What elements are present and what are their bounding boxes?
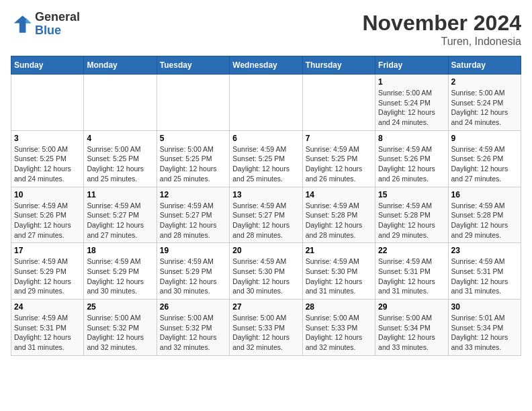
day-info: Sunrise: 4:59 AM Sunset: 5:29 PM Dayligh…	[14, 257, 81, 296]
calendar-cell: 10Sunrise: 4:59 AM Sunset: 5:26 PM Dayli…	[11, 187, 84, 243]
day-info: Sunrise: 5:00 AM Sunset: 5:32 PM Dayligh…	[160, 313, 226, 353]
day-number: 18	[87, 246, 153, 255]
day-info: Sunrise: 4:59 AM Sunset: 5:25 PM Dayligh…	[232, 144, 299, 184]
day-number: 24	[14, 302, 81, 312]
day-info: Sunrise: 4:59 AM Sunset: 5:28 PM Dayligh…	[451, 201, 518, 240]
title-block: November 2024 Turen, Indonesia	[362, 11, 521, 48]
day-info: Sunrise: 4:59 AM Sunset: 5:26 PM Dayligh…	[451, 144, 518, 184]
svg-marker-0	[14, 15, 32, 33]
day-number: 30	[451, 302, 518, 312]
day-number: 3	[14, 134, 81, 143]
day-info: Sunrise: 5:00 AM Sunset: 5:24 PM Dayligh…	[451, 88, 518, 128]
calendar-cell: 9Sunrise: 4:59 AM Sunset: 5:26 PM Daylig…	[448, 130, 521, 187]
calendar-cell: 17Sunrise: 4:59 AM Sunset: 5:29 PM Dayli…	[11, 243, 84, 300]
calendar-cell: 3Sunrise: 5:00 AM Sunset: 5:25 PM Daylig…	[11, 130, 84, 187]
day-number: 1	[378, 77, 445, 87]
calendar-week-row: 10Sunrise: 4:59 AM Sunset: 5:26 PM Dayli…	[11, 187, 521, 243]
day-info: Sunrise: 4:59 AM Sunset: 5:31 PM Dayligh…	[378, 257, 445, 296]
day-number: 11	[87, 190, 153, 199]
logo-icon	[11, 13, 32, 35]
day-info: Sunrise: 4:59 AM Sunset: 5:31 PM Dayligh…	[14, 313, 81, 353]
day-number: 28	[306, 302, 372, 312]
calendar-cell: 26Sunrise: 5:00 AM Sunset: 5:32 PM Dayli…	[157, 300, 229, 356]
calendar-cell: 14Sunrise: 4:59 AM Sunset: 5:28 PM Dayli…	[302, 187, 375, 243]
day-number: 22	[378, 246, 445, 255]
weekday-header: Tuesday	[157, 56, 229, 75]
calendar-cell: 27Sunrise: 5:00 AM Sunset: 5:33 PM Dayli…	[230, 300, 302, 356]
weekday-header: Thursday	[302, 56, 375, 75]
day-info: Sunrise: 5:00 AM Sunset: 5:33 PM Dayligh…	[306, 313, 372, 353]
calendar-cell: 18Sunrise: 4:59 AM Sunset: 5:29 PM Dayli…	[84, 243, 157, 300]
day-number: 21	[306, 246, 372, 255]
day-info: Sunrise: 4:59 AM Sunset: 5:30 PM Dayligh…	[306, 257, 372, 296]
calendar-cell: 11Sunrise: 4:59 AM Sunset: 5:27 PM Dayli…	[84, 187, 157, 243]
day-number: 23	[451, 246, 518, 255]
day-info: Sunrise: 5:00 AM Sunset: 5:24 PM Dayligh…	[378, 88, 445, 128]
day-number: 4	[87, 134, 153, 143]
calendar-cell: 20Sunrise: 4:59 AM Sunset: 5:30 PM Dayli…	[230, 243, 302, 300]
calendar-cell: 29Sunrise: 5:00 AM Sunset: 5:34 PM Dayli…	[375, 300, 448, 356]
page-header: General Blue November 2024 Turen, Indone…	[11, 11, 521, 48]
day-info: Sunrise: 4:59 AM Sunset: 5:26 PM Dayligh…	[378, 144, 445, 184]
day-info: Sunrise: 4:59 AM Sunset: 5:30 PM Dayligh…	[232, 257, 299, 296]
day-info: Sunrise: 5:00 AM Sunset: 5:25 PM Dayligh…	[160, 144, 226, 184]
calendar-cell: 25Sunrise: 5:00 AM Sunset: 5:32 PM Dayli…	[84, 300, 157, 356]
day-info: Sunrise: 5:00 AM Sunset: 5:25 PM Dayligh…	[87, 144, 153, 184]
calendar-cell: 1Sunrise: 5:00 AM Sunset: 5:24 PM Daylig…	[375, 75, 448, 131]
svg-marker-1	[26, 17, 31, 23]
day-number: 19	[160, 246, 226, 255]
day-number: 2	[451, 77, 518, 87]
calendar-cell: 13Sunrise: 4:59 AM Sunset: 5:27 PM Dayli…	[230, 187, 302, 243]
calendar-cell: 2Sunrise: 5:00 AM Sunset: 5:24 PM Daylig…	[448, 75, 521, 131]
day-number: 7	[306, 134, 372, 143]
calendar-cell: 7Sunrise: 4:59 AM Sunset: 5:25 PM Daylig…	[302, 130, 375, 187]
weekday-header: Friday	[375, 56, 448, 75]
weekday-header: Monday	[84, 56, 157, 75]
day-number: 26	[160, 302, 226, 312]
calendar-body: 1Sunrise: 5:00 AM Sunset: 5:24 PM Daylig…	[11, 75, 521, 356]
logo: General Blue	[11, 11, 80, 38]
calendar-cell: 24Sunrise: 4:59 AM Sunset: 5:31 PM Dayli…	[11, 300, 84, 356]
day-number: 10	[14, 190, 81, 199]
day-info: Sunrise: 5:00 AM Sunset: 5:25 PM Dayligh…	[14, 144, 81, 184]
day-number: 27	[232, 302, 299, 312]
calendar-cell: 21Sunrise: 4:59 AM Sunset: 5:30 PM Dayli…	[302, 243, 375, 300]
calendar-cell: 5Sunrise: 5:00 AM Sunset: 5:25 PM Daylig…	[157, 130, 229, 187]
calendar-cell: 4Sunrise: 5:00 AM Sunset: 5:25 PM Daylig…	[84, 130, 157, 187]
day-number: 17	[14, 246, 81, 255]
day-info: Sunrise: 4:59 AM Sunset: 5:28 PM Dayligh…	[306, 201, 372, 240]
day-info: Sunrise: 4:59 AM Sunset: 5:27 PM Dayligh…	[160, 201, 226, 240]
calendar-cell: 22Sunrise: 4:59 AM Sunset: 5:31 PM Dayli…	[375, 243, 448, 300]
day-number: 5	[160, 134, 226, 143]
calendar-week-row: 1Sunrise: 5:00 AM Sunset: 5:24 PM Daylig…	[11, 75, 521, 131]
day-number: 12	[160, 190, 226, 199]
day-info: Sunrise: 4:59 AM Sunset: 5:31 PM Dayligh…	[451, 257, 518, 296]
day-info: Sunrise: 5:01 AM Sunset: 5:34 PM Dayligh…	[451, 313, 518, 353]
calendar-cell	[302, 75, 375, 131]
day-info: Sunrise: 5:00 AM Sunset: 5:34 PM Dayligh…	[378, 313, 445, 353]
weekday-header: Wednesday	[230, 56, 302, 75]
day-number: 8	[378, 134, 445, 143]
day-number: 25	[87, 302, 153, 312]
calendar-cell	[11, 75, 84, 131]
calendar-cell: 12Sunrise: 4:59 AM Sunset: 5:27 PM Dayli…	[157, 187, 229, 243]
calendar-week-row: 3Sunrise: 5:00 AM Sunset: 5:25 PM Daylig…	[11, 130, 521, 187]
day-number: 13	[232, 190, 299, 199]
day-info: Sunrise: 5:00 AM Sunset: 5:32 PM Dayligh…	[87, 313, 153, 353]
calendar-cell: 6Sunrise: 4:59 AM Sunset: 5:25 PM Daylig…	[230, 130, 302, 187]
day-info: Sunrise: 4:59 AM Sunset: 5:27 PM Dayligh…	[87, 201, 153, 240]
month-year-title: November 2024	[362, 11, 521, 36]
day-number: 29	[378, 302, 445, 312]
calendar-cell: 19Sunrise: 4:59 AM Sunset: 5:29 PM Dayli…	[157, 243, 229, 300]
day-number: 6	[232, 134, 299, 143]
day-number: 14	[306, 190, 372, 199]
weekday-header: Saturday	[448, 56, 521, 75]
calendar-cell: 28Sunrise: 5:00 AM Sunset: 5:33 PM Dayli…	[302, 300, 375, 356]
calendar-cell	[157, 75, 229, 131]
calendar-cell: 30Sunrise: 5:01 AM Sunset: 5:34 PM Dayli…	[448, 300, 521, 356]
day-info: Sunrise: 4:59 AM Sunset: 5:25 PM Dayligh…	[306, 144, 372, 184]
day-info: Sunrise: 4:59 AM Sunset: 5:27 PM Dayligh…	[232, 201, 299, 240]
calendar-week-row: 17Sunrise: 4:59 AM Sunset: 5:29 PM Dayli…	[11, 243, 521, 300]
logo-text: General Blue	[35, 11, 80, 38]
calendar-cell: 8Sunrise: 4:59 AM Sunset: 5:26 PM Daylig…	[375, 130, 448, 187]
